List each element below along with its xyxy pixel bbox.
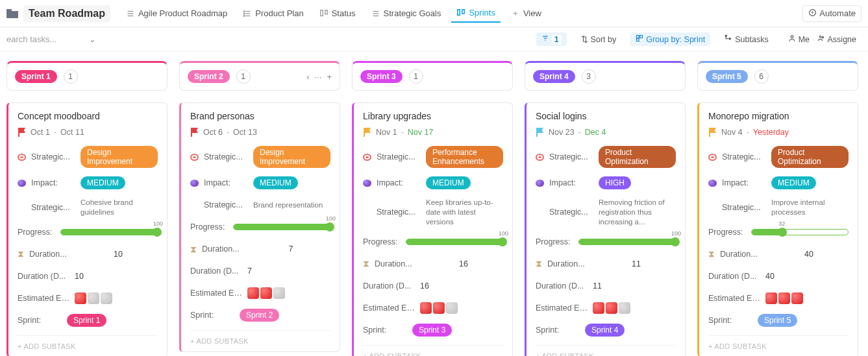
flag-icon [708, 128, 717, 137]
tab-add-view[interactable]: + View [506, 5, 547, 22]
duration-days-value: 11 [593, 281, 676, 291]
impact-tag: MEDIUM [253, 176, 298, 189]
field-label: Sprint: [536, 326, 580, 335]
search-input[interactable]: earch tasks... ⌄ [6, 34, 136, 44]
group-label: Group by: Sprint [646, 35, 705, 44]
task-card[interactable]: Concept moodboard Oct 1 - Oct 11 Strateg… [6, 102, 167, 356]
field-label: Strategic... [31, 152, 75, 161]
impact-icon [190, 180, 199, 187]
svg-point-23 [725, 35, 726, 36]
hourglass-icon: ⧗ [708, 248, 715, 259]
flag-icon [363, 128, 372, 137]
progress-bar[interactable]: 100 [578, 239, 676, 245]
field-label: Strategic... [377, 152, 421, 161]
column-header[interactable]: Sprint 1 1 [6, 61, 167, 91]
field-duration-days: Duration (D... 16 [363, 279, 503, 293]
count-badge: 1 [409, 69, 423, 84]
column-header[interactable]: Sprint 2 1 ‹ ··· + [179, 61, 340, 91]
bolt-icon [808, 8, 817, 19]
field-sprint: Sprint: Sprint 1 [18, 313, 158, 327]
column-header[interactable]: Sprint 5 6 [697, 61, 858, 91]
list-icon [243, 9, 252, 18]
effort-dot [606, 302, 617, 314]
field-label: Duration... [547, 259, 591, 268]
progress-value: 32 [778, 220, 785, 227]
task-card[interactable]: Monorepo migration Nov 4 - Yesterday Str… [697, 102, 858, 356]
field-label: Progress: [18, 228, 55, 237]
duration-days-value: 7 [247, 267, 330, 276]
field-duration: ⧗ Duration... 7 [190, 242, 330, 256]
tab-strategic-goals[interactable]: Strategic Goals [366, 5, 447, 22]
field-label: Sprint: [18, 316, 62, 325]
strategic-note: Removing friction of registration thus i… [599, 198, 676, 227]
progress-bar[interactable]: 100 [233, 224, 330, 230]
task-card[interactable]: Library upgrades Nov 1 - Nov 17 Strategi… [352, 102, 513, 356]
task-title: Concept moodboard [18, 111, 158, 121]
strategic-tag: Product Optimization [599, 146, 676, 168]
progress-bar[interactable]: 100 [60, 229, 158, 235]
sprint-badge: Sprint 5 [706, 70, 748, 83]
field-effort: Estimated Ef... [190, 286, 330, 300]
person-icon [788, 34, 796, 44]
field-progress: Progress: 100 [536, 235, 676, 249]
group-button[interactable]: Group by: Sprint [630, 32, 710, 46]
task-card[interactable]: Brand personas Oct 6 - Oct 13 Strategic.… [179, 102, 340, 352]
sprint-column: Sprint 5 6 Monorepo migration Nov 4 - Ye… [697, 61, 858, 356]
field-strategic-note: Strategic... Improve internal processes [708, 198, 849, 217]
column-header[interactable]: Sprint 3 1 [352, 61, 513, 91]
field-effort: Estimated Ef... [363, 301, 503, 315]
task-title: Brand personas [190, 111, 330, 121]
field-sprint: Sprint: Sprint 2 [190, 308, 330, 322]
add-subtask-button[interactable]: + ADD SUBTASK [536, 345, 676, 356]
folder-icon [6, 9, 18, 18]
field-duration-days: Duration (D... 10 [18, 269, 158, 283]
count-badge: 1 [64, 69, 78, 84]
add-subtask-button[interactable]: + ADD SUBTASK [190, 330, 330, 349]
end-date: Oct 11 [60, 128, 84, 137]
tab-status[interactable]: Status [314, 5, 361, 22]
svg-rect-9 [320, 10, 323, 16]
field-label: Progress: [708, 228, 746, 237]
subtasks-label: Subtasks [735, 35, 768, 44]
svg-point-26 [819, 36, 821, 38]
subtasks-button[interactable]: Subtasks [719, 32, 773, 46]
chevron-left-icon[interactable]: ‹ [306, 72, 309, 82]
progress-bar[interactable]: 100 [406, 239, 503, 245]
impact-tag: MEDIUM [426, 176, 471, 189]
add-subtask-button[interactable]: + ADD SUBTASK [363, 345, 503, 356]
tab-product-plan[interactable]: Product Plan [238, 5, 308, 22]
effort-dot [101, 292, 112, 304]
count-badge: 3 [582, 69, 596, 84]
field-label: Strategic... [31, 203, 75, 212]
progress-bar[interactable]: 32 [751, 229, 849, 235]
tab-agile-roadmap[interactable]: Agile Product Roadmap [121, 5, 232, 22]
field-label: Duration... [202, 244, 246, 254]
add-subtask-button[interactable]: + ADD SUBTASK [18, 335, 158, 354]
tab-sprints[interactable]: Sprints [451, 4, 500, 23]
field-label: Strategic... [722, 152, 766, 161]
sprint-column: Sprint 4 3 Social logins Nov 23 - Dec 4 … [525, 61, 686, 356]
task-card[interactable]: Social logins Nov 23 - Dec 4 Strategic..… [525, 102, 686, 356]
more-icon[interactable]: ··· [315, 72, 322, 82]
field-label: Estimated Ef... [18, 294, 69, 303]
duration-days-value: 40 [765, 272, 849, 281]
add-subtask-button[interactable]: + ADD SUBTASK [708, 335, 849, 354]
automate-button[interactable]: Automate [802, 5, 862, 22]
field-label: Duration... [29, 250, 73, 259]
dash: - [401, 128, 404, 137]
column-header[interactable]: Sprint 4 3 [525, 61, 686, 91]
field-label: Estimated Ef... [536, 303, 588, 313]
svg-rect-21 [640, 36, 643, 38]
field-label: Strategic... [204, 200, 248, 209]
filter-button[interactable]: 1 [536, 32, 567, 46]
me-button[interactable]: Me · Assigne [783, 32, 862, 46]
field-label: Duration (D... [536, 281, 588, 291]
field-impact: Impact: MEDIUM [190, 176, 330, 190]
field-label: Impact: [549, 178, 593, 187]
sort-button[interactable]: ⇅ Sort by [576, 32, 622, 46]
tab-label: Sprints [469, 8, 495, 18]
sprint-column: Sprint 3 1 Library upgrades Nov 1 - Nov … [352, 61, 513, 356]
field-strategic-tag: Strategic... Design Improvement [18, 146, 158, 168]
target-icon [190, 154, 199, 161]
plus-icon[interactable]: + [327, 72, 332, 82]
